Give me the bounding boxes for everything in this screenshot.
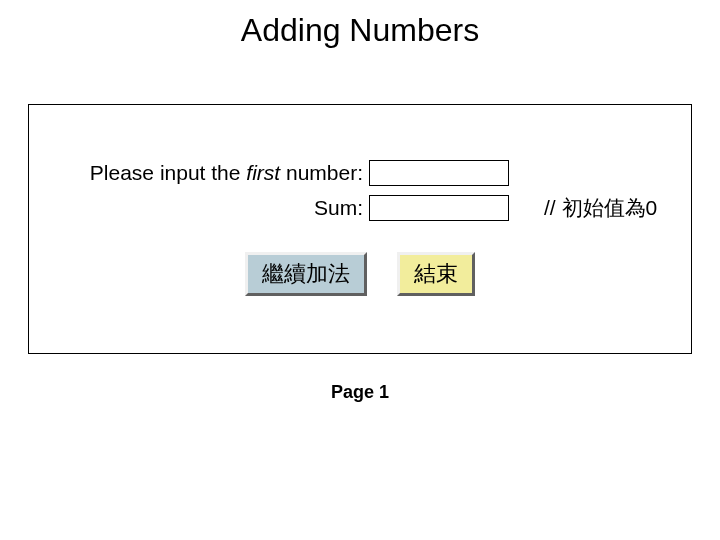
number-input[interactable] bbox=[369, 160, 509, 186]
input-number-row: Please input the first number: bbox=[29, 160, 691, 186]
sum-annotation: // 初始值為0 bbox=[514, 194, 657, 222]
sum-output[interactable] bbox=[369, 195, 509, 221]
button-row: 繼續加法 結束 bbox=[29, 252, 691, 296]
input-panel: Please input the first number: Sum: // 初… bbox=[28, 104, 692, 354]
sum-label: Sum: bbox=[29, 196, 369, 220]
page-title: Adding Numbers bbox=[0, 0, 720, 59]
prompt-prefix: Please input the bbox=[90, 161, 246, 184]
continue-button[interactable]: 繼續加法 bbox=[245, 252, 367, 296]
prompt-suffix: number: bbox=[280, 161, 363, 184]
end-button[interactable]: 結束 bbox=[397, 252, 475, 296]
sum-row: Sum: // 初始值為0 bbox=[29, 194, 691, 222]
page-number: Page 1 bbox=[0, 382, 720, 403]
input-number-label: Please input the first number: bbox=[29, 161, 369, 185]
prompt-italic-word: first bbox=[246, 161, 280, 184]
